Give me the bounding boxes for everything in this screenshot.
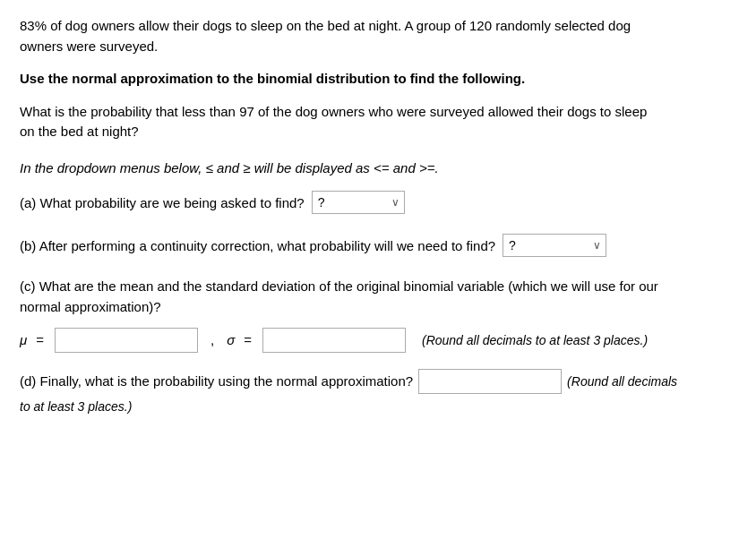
question-paragraph: What is the probability that less than 9… xyxy=(20,102,736,142)
part-d-block: (d) Finally, what is the probability usi… xyxy=(20,369,736,417)
part-a-label: (a) What probability are we being asked … xyxy=(20,195,305,210)
instruction-paragraph: Use the normal approximation to the bino… xyxy=(20,69,736,90)
question-line2: on the bed at night? xyxy=(20,124,139,139)
part-a-dropdown[interactable]: ? P(X < 97) P(X <= 97) P(X > 97) P(X >= … xyxy=(312,191,405,214)
part-c-block: (c) What are the mean and the standard d… xyxy=(20,277,736,353)
part-c-label-wrap: (c) What are the mean and the standard d… xyxy=(20,277,736,317)
part-d-wrap-line: to at least 3 places.) xyxy=(20,396,736,417)
sigma-equals: = xyxy=(244,330,252,351)
part-c-label-2: normal approximation)? xyxy=(20,299,161,314)
dropdown-note-text: In the dropdown menus below, ≤ and ≥ wil… xyxy=(20,160,439,175)
part-c-label-1: (c) What are the mean and the standard d… xyxy=(20,278,658,294)
instruction-text: Use the normal approximation to the bino… xyxy=(20,71,525,86)
part-a-row: (a) What probability are we being asked … xyxy=(20,191,736,214)
part-a-select-wrapper: ? P(X < 97) P(X <= 97) P(X > 97) P(X >= … xyxy=(312,191,405,214)
mu-symbol: μ xyxy=(20,330,27,351)
part-b-label: (b) After performing a continuity correc… xyxy=(20,238,495,253)
round-note-c: (Round all decimals to at least 3 places… xyxy=(422,331,648,350)
sigma-input[interactable] xyxy=(262,328,406,353)
round-note-d2: to at least 3 places.) xyxy=(20,399,132,414)
part-d-label: (d) Finally, what is the probability usi… xyxy=(20,371,413,392)
part-d-input[interactable] xyxy=(418,369,562,394)
part-b-select-wrapper: ? P(X < 97.5) P(X <= 97.5) P(X > 96.5) P… xyxy=(503,234,606,257)
intro-text-1: 83% of dog owners allow their dogs to sl… xyxy=(20,18,631,33)
mu-input[interactable] xyxy=(55,328,198,353)
dropdown-note: In the dropdown menus below, ≤ and ≥ wil… xyxy=(20,158,736,179)
part-b-row: (b) After performing a continuity correc… xyxy=(20,234,736,257)
mu-sigma-row: μ = , σ = (Round all decimals to at leas… xyxy=(20,328,736,353)
intro-text-2: owners were surveyed. xyxy=(20,38,158,54)
comma-separator: , xyxy=(210,330,214,351)
part-d-inline: (d) Finally, what is the probability usi… xyxy=(20,369,736,394)
round-note-d1: (Round all decimals xyxy=(567,372,677,391)
question-line1: What is the probability that less than 9… xyxy=(20,104,647,119)
intro-paragraph: 83% of dog owners allow their dogs to sl… xyxy=(20,16,736,56)
sigma-symbol: σ xyxy=(227,330,235,351)
part-b-dropdown[interactable]: ? P(X < 97.5) P(X <= 97.5) P(X > 96.5) P… xyxy=(503,234,606,257)
mu-equals: = xyxy=(36,330,44,351)
